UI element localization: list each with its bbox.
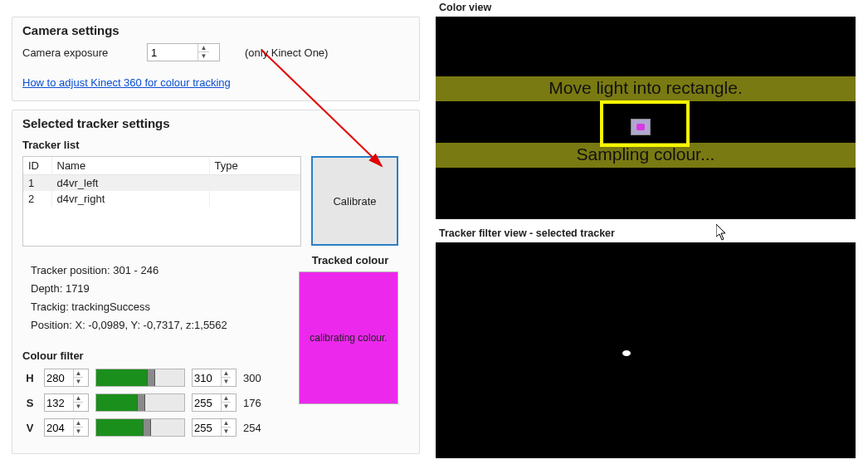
v-hi-input[interactable]: ▲▼	[192, 418, 237, 437]
camera-exposure-label: Camera exposure	[22, 46, 147, 59]
tracked-light-blob	[631, 119, 651, 135]
stepper-up-icon[interactable]: ▲	[198, 44, 209, 52]
right-panel: Color view Move light into rectangle. Sa…	[436, 0, 856, 458]
tracked-colour-swatch: calibrating colour.	[299, 271, 398, 404]
h-slider[interactable]	[95, 369, 185, 387]
cell-name: d4vr_left	[51, 175, 209, 192]
colour-filter-title: Colour filter	[22, 349, 280, 362]
h-lo-field[interactable]	[45, 372, 73, 384]
kinect-360-link[interactable]: How to adjust Kinect 360 for colour trac…	[22, 76, 231, 89]
v-readout: 254	[243, 422, 268, 434]
v-lo-field[interactable]	[45, 422, 73, 434]
col-type: Type	[209, 157, 300, 175]
v-slider[interactable]	[95, 418, 185, 437]
stepper-up-icon[interactable]: ▲	[74, 419, 83, 428]
calibrate-label: Calibrate	[333, 195, 376, 208]
colour-filter-block: Colour filter H ▲▼ ▲▼	[22, 340, 280, 443]
instruction-bottom: Sampling colour...	[436, 144, 856, 164]
calibrate-button[interactable]: Calibrate	[311, 156, 398, 246]
s-hi-field[interactable]	[193, 397, 221, 409]
camera-exposure-input[interactable]: ▲ ▼	[147, 43, 220, 61]
v-lo-stepper[interactable]: ▲▼	[73, 419, 83, 436]
color-band: Sampling colour...	[436, 143, 856, 168]
camera-exposure-row: Camera exposure ▲ ▼ (only Kinect One)	[22, 43, 409, 61]
left-panel: Camera settings Camera exposure ▲ ▼ (onl…	[12, 17, 420, 457]
filter-v-row: V ▲▼ ▲▼ 254	[22, 418, 280, 437]
tracker-filter-view	[436, 242, 856, 458]
tracker-list-title: Tracker list	[22, 139, 409, 151]
camera-settings-group: Camera settings Camera exposure ▲ ▼ (onl…	[12, 17, 420, 101]
col-id: ID	[23, 157, 51, 175]
cell-name: d4vr_right	[51, 191, 209, 207]
tracked-colour-text: calibrating colour.	[310, 332, 387, 344]
cell-type	[209, 191, 300, 207]
stepper-down-icon[interactable]: ▼	[222, 428, 231, 436]
tracker-list-area: ID Name Type 1 d4vr_left	[22, 156, 409, 247]
stepper-up-icon[interactable]: ▲	[222, 394, 231, 403]
instruction-top: Move light into rectangle.	[436, 78, 856, 98]
v-hi-stepper[interactable]: ▲▼	[221, 419, 231, 436]
camera-settings-title: Camera settings	[22, 23, 409, 37]
h-hi-stepper[interactable]: ▲▼	[221, 369, 231, 386]
tracked-colour-title: Tracked colour	[299, 254, 402, 266]
v-lo-input[interactable]: ▲▼	[44, 418, 89, 437]
tracked-colour-block: Tracked colour calibrating colour.	[299, 254, 402, 404]
cell-id: 2	[23, 191, 51, 207]
selected-tracker-title: Selected tracker settings	[22, 116, 409, 130]
h-lo-stepper[interactable]: ▲▼	[73, 369, 83, 386]
tracked-light-core	[636, 124, 645, 130]
stepper-up-icon[interactable]: ▲	[222, 369, 231, 378]
app-root: Camera settings Camera exposure ▲ ▼ (onl…	[0, 0, 868, 474]
stepper-up-icon[interactable]: ▲	[74, 369, 83, 378]
v-label: V	[22, 422, 37, 434]
s-hi-stepper[interactable]: ▲▼	[221, 394, 231, 411]
stepper-up-icon[interactable]: ▲	[74, 394, 83, 403]
col-name: Name	[51, 157, 209, 175]
s-lo-stepper[interactable]: ▲▼	[73, 394, 83, 411]
camera-exposure-field[interactable]	[148, 46, 197, 59]
s-slider[interactable]	[95, 393, 185, 412]
cell-type	[209, 175, 300, 192]
h-lo-input[interactable]: ▲▼	[44, 369, 89, 387]
s-readout: 176	[243, 397, 268, 409]
stepper-down-icon[interactable]: ▼	[74, 403, 83, 411]
filter-h-row: H ▲▼ ▲▼ 300	[22, 369, 280, 387]
filter-view-title: Tracker filter view - selected tracker	[439, 227, 856, 239]
s-lo-input[interactable]: ▲▼	[44, 393, 89, 412]
table-row[interactable]: 1 d4vr_left	[23, 175, 300, 192]
s-lo-field[interactable]	[45, 397, 73, 409]
table-row[interactable]: 2 d4vr_right	[23, 191, 300, 207]
stepper-down-icon[interactable]: ▼	[198, 52, 209, 61]
s-label: S	[22, 397, 37, 409]
v-hi-field[interactable]	[193, 422, 221, 434]
stepper-down-icon[interactable]: ▼	[222, 403, 231, 411]
filter-s-row: S ▲▼ ▲▼ 176	[22, 393, 280, 412]
cursor-icon	[716, 224, 728, 241]
stepper-down-icon[interactable]: ▼	[74, 378, 83, 386]
filtered-point	[622, 350, 631, 356]
color-view: Move light into rectangle. Sampling colo…	[436, 17, 856, 219]
tracker-list-header: ID Name Type	[23, 157, 300, 175]
stepper-up-icon[interactable]: ▲	[222, 419, 231, 428]
color-view-title: Color view	[439, 2, 856, 13]
stepper-down-icon[interactable]: ▼	[74, 428, 83, 436]
tracker-list[interactable]: ID Name Type 1 d4vr_left	[22, 156, 301, 247]
selected-tracker-group: Selected tracker settings Tracker list I…	[12, 110, 420, 454]
only-kinect-label: (only Kinect One)	[245, 46, 328, 59]
exposure-stepper[interactable]: ▲ ▼	[197, 44, 209, 61]
s-hi-input[interactable]: ▲▼	[192, 393, 237, 412]
color-band: Move light into rectangle.	[436, 76, 856, 101]
h-hi-field[interactable]	[193, 372, 221, 384]
h-hi-input[interactable]: ▲▼	[192, 369, 237, 387]
h-readout: 300	[243, 372, 268, 384]
h-label: H	[22, 372, 37, 384]
cell-id: 1	[23, 175, 51, 192]
stepper-down-icon[interactable]: ▼	[222, 378, 231, 386]
